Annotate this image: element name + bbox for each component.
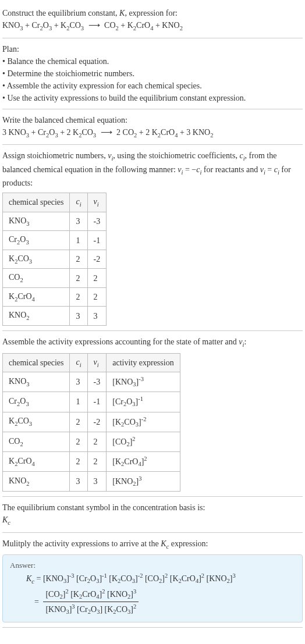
table-header-row: chemical species ci νi activity expressi…	[3, 353, 180, 372]
plan-item: • Use the activity expressions to build …	[2, 92, 303, 104]
c-cell: 3	[70, 372, 87, 392]
stoich-intro: Assign stoichiometric numbers, νi, using…	[2, 150, 303, 189]
eqconst-text: The equilibrium constant symbol in the c…	[2, 501, 303, 514]
table-row: KNO33-3	[3, 212, 107, 231]
species-cell: Cr2O3	[3, 231, 70, 250]
species-cell: KNO2	[3, 472, 70, 492]
balanced-section: Write the balanced chemical equation: 3 …	[2, 109, 303, 145]
expr-cell: [K2CrO4]2	[107, 451, 180, 471]
intro-section: Construct the equilibrium constant, K, e…	[2, 2, 303, 38]
activity-intro: Assemble the activity expressions accoun…	[2, 336, 303, 350]
table-header: νi	[87, 353, 107, 372]
fraction: [CO2]2 [K2CrO4]2 [KNO2]3 [KNO3]3 [Cr2O3]…	[43, 587, 139, 617]
answer-line1: Kc = [KNO3]-3 [Cr2O3]-1 [K2CO3]-2 [CO2]2…	[26, 571, 295, 586]
v-cell: 2	[87, 269, 107, 288]
c-cell: 2	[70, 451, 87, 471]
equals-sign: =	[34, 596, 41, 608]
expr-cell: [K2CO3]-2	[107, 412, 180, 432]
plan-item: • Balance the chemical equation.	[2, 55, 303, 67]
table-row: KNO233[KNO2]3	[3, 472, 180, 492]
activity-table: chemical species ci νi activity expressi…	[2, 353, 180, 492]
intro-equation: KNO3 + Cr2O3 + K2CO3 ⟶ CO2 + K2CrO4 + KN…	[2, 19, 303, 33]
plan-title: Plan:	[2, 43, 303, 55]
table-row: K2CrO422[K2CrO4]2	[3, 451, 180, 471]
table-row: K2CrO422	[3, 287, 107, 307]
plan-item: • Assemble the activity expression for e…	[2, 80, 303, 92]
v-cell: 2	[87, 451, 107, 471]
plan-item: • Determine the stoichiometric numbers.	[2, 67, 303, 80]
v-cell: -3	[87, 212, 107, 231]
v-cell: -1	[87, 392, 107, 412]
answer-label: Answer:	[10, 560, 295, 571]
c-cell: 2	[70, 412, 87, 432]
table-header: ci	[70, 193, 87, 212]
table-row: K2CO32-2	[3, 250, 107, 269]
activity-section: Assemble the activity expressions accoun…	[2, 331, 303, 497]
table-row: KNO33-3[KNO3]-3	[3, 372, 180, 392]
c-cell: 2	[70, 269, 87, 288]
species-cell: K2CO3	[3, 412, 70, 432]
c-cell: 1	[70, 392, 87, 412]
v-cell: 2	[87, 432, 107, 451]
species-cell: K2CO3	[3, 250, 70, 269]
multiply-text: Mulitply the activity expressions to arr…	[2, 538, 303, 552]
expr-cell: [Cr2O3]-1	[107, 392, 180, 412]
answer-line2: = [CO2]2 [K2CrO4]2 [KNO2]3 [KNO3]3 [Cr2O…	[34, 587, 295, 617]
plan-section: Plan: • Balance the chemical equation. •…	[2, 38, 303, 109]
species-cell: KNO3	[3, 372, 70, 392]
species-cell: CO2	[3, 269, 70, 288]
table-row: KNO233	[3, 307, 107, 326]
table-header: chemical species	[3, 353, 70, 372]
table-row: K2CO32-2[K2CO3]-2	[3, 412, 180, 432]
multiply-section: Mulitply the activity expressions to arr…	[2, 533, 303, 628]
balanced-title: Write the balanced chemical equation:	[2, 114, 303, 126]
species-cell: K2CrO4	[3, 287, 70, 307]
table-header: νi	[87, 193, 107, 212]
table-header: ci	[70, 353, 87, 372]
species-cell: CO2	[3, 432, 70, 451]
table-header: activity expression	[107, 353, 180, 372]
species-cell: KNO3	[3, 212, 70, 231]
species-cell: Cr2O3	[3, 392, 70, 412]
stoich-table: chemical species ci νi KNO33-3 Cr2O31-1 …	[2, 193, 107, 326]
table-row: CO222[CO2]2	[3, 432, 180, 451]
fraction-denominator: [KNO3]3 [Cr2O3] [K2CO3]2	[43, 602, 139, 617]
c-cell: 2	[70, 287, 87, 307]
c-cell: 2	[70, 250, 87, 269]
expr-cell: [KNO3]-3	[107, 372, 180, 392]
answer-content: Kc = [KNO3]-3 [Cr2O3]-1 [K2CO3]-2 [CO2]2…	[26, 571, 295, 617]
table-row: CO222	[3, 269, 107, 288]
c-cell: 3	[70, 472, 87, 492]
eqconst-section: The equilibrium constant symbol in the c…	[2, 497, 303, 533]
c-cell: 3	[70, 307, 87, 326]
table-header: chemical species	[3, 193, 70, 212]
intro-text: Construct the equilibrium constant, K, e…	[2, 7, 303, 19]
stoich-section: Assign stoichiometric numbers, νi, using…	[2, 145, 303, 331]
fraction-numerator: [CO2]2 [K2CrO4]2 [KNO2]3	[43, 587, 139, 602]
table-row: Cr2O31-1	[3, 231, 107, 250]
c-cell: 1	[70, 231, 87, 250]
v-cell: -2	[87, 412, 107, 432]
eqconst-symbol: Kc	[2, 514, 303, 528]
expr-cell: [KNO2]3	[107, 472, 180, 492]
v-cell: 3	[87, 307, 107, 326]
table-row: Cr2O31-1[Cr2O3]-1	[3, 392, 180, 412]
expr-cell: [CO2]2	[107, 432, 180, 451]
balanced-equation: 3 KNO3 + Cr2O3 + 2 K2CO3 ⟶ 2 CO2 + 2 K2C…	[2, 126, 303, 140]
v-cell: -1	[87, 231, 107, 250]
v-cell: 2	[87, 287, 107, 307]
v-cell: 3	[87, 472, 107, 492]
v-cell: -3	[87, 372, 107, 392]
c-cell: 2	[70, 432, 87, 451]
c-cell: 3	[70, 212, 87, 231]
answer-box: Answer: Kc = [KNO3]-3 [Cr2O3]-1 [K2CO3]-…	[2, 554, 303, 622]
species-cell: KNO2	[3, 307, 70, 326]
table-header-row: chemical species ci νi	[3, 193, 107, 212]
v-cell: -2	[87, 250, 107, 269]
species-cell: K2CrO4	[3, 451, 70, 471]
